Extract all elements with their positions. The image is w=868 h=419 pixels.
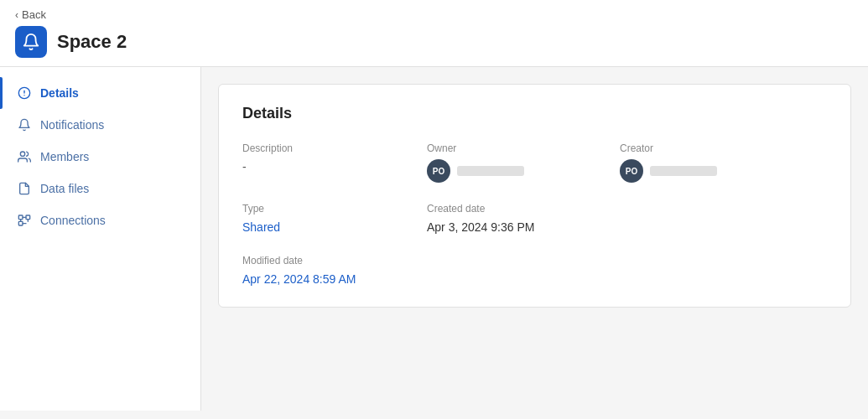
connections-icon	[17, 213, 32, 228]
created-date-value: Apr 3, 2024 9:36 PM	[427, 220, 534, 234]
details-grid: Description - Owner PO Creator PO	[242, 142, 827, 287]
owner-avatar: PO	[427, 159, 450, 183]
sidebar-item-data-files[interactable]: Data files	[0, 173, 200, 204]
owner-name-bar	[457, 166, 524, 176]
sidebar-item-label: Notifications	[40, 118, 104, 132]
svg-rect-4	[18, 215, 23, 220]
modified-date-value: Apr 22, 2024 8:59 AM	[242, 272, 356, 286]
sidebar-item-label: Connections	[40, 214, 106, 227]
content-panel: Details Description - Owner PO	[201, 67, 868, 411]
creator-label: Creator	[620, 142, 813, 154]
modified-date-label: Modified date	[242, 255, 427, 266]
creator-avatar: PO	[620, 159, 643, 183]
type-field: Type Shared	[242, 203, 427, 235]
sidebar-item-label: Details	[40, 86, 79, 100]
owner-avatar-row: PO	[427, 159, 620, 183]
back-label: Back	[22, 8, 46, 21]
sidebar-item-connections[interactable]: Connections	[0, 204, 200, 236]
app-title-row: Space 2	[15, 26, 853, 58]
owner-label: Owner	[427, 142, 620, 154]
back-chevron-icon: ‹	[15, 9, 18, 21]
info-circle-icon	[17, 85, 32, 101]
creator-name-bar	[650, 166, 717, 176]
sidebar-item-label: Members	[40, 150, 89, 163]
created-date-label: Created date	[427, 203, 620, 215]
main-content: Details Notifications Members	[0, 67, 868, 411]
creator-field: Creator PO	[620, 142, 813, 183]
sidebar-item-label: Data files	[40, 182, 89, 195]
sidebar-item-members[interactable]: Members	[0, 141, 200, 173]
owner-field: Owner PO	[427, 142, 620, 183]
type-value: Shared	[242, 220, 280, 234]
file-icon	[17, 181, 32, 196]
app-icon	[15, 26, 47, 58]
details-card: Details Description - Owner PO	[218, 84, 851, 308]
sidebar-item-details[interactable]: Details	[0, 77, 200, 109]
svg-rect-5	[26, 215, 30, 220]
bell-icon	[17, 117, 32, 132]
sidebar-item-notifications[interactable]: Notifications	[0, 109, 200, 141]
description-field: Description -	[242, 142, 427, 183]
type-label: Type	[242, 203, 427, 215]
created-date-field: Created date Apr 3, 2024 9:36 PM	[427, 203, 620, 235]
modified-date-field: Modified date Apr 22, 2024 8:59 AM	[242, 255, 427, 287]
creator-avatar-row: PO	[620, 159, 813, 183]
sidebar: Details Notifications Members	[0, 67, 201, 411]
empty-cell	[620, 203, 813, 235]
description-value: -	[242, 160, 247, 173]
top-bar: ‹ Back Space 2	[0, 0, 868, 67]
back-button[interactable]: ‹ Back	[15, 8, 853, 21]
description-label: Description	[242, 142, 427, 154]
svg-point-3	[20, 152, 24, 156]
members-icon	[17, 149, 32, 164]
svg-rect-6	[18, 221, 23, 225]
app-title: Space 2	[57, 31, 127, 53]
details-title: Details	[242, 105, 827, 122]
